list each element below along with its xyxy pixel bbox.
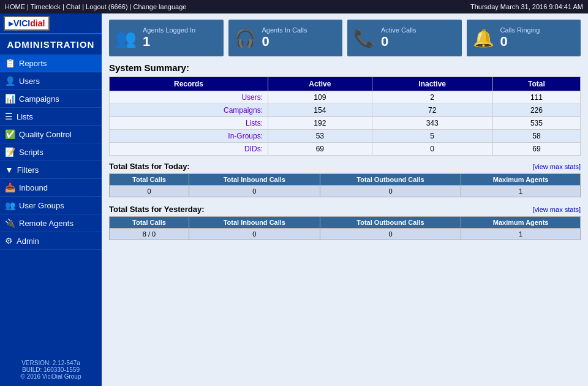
sidebar-item-quality-control[interactable]: ✅Quality Control [0, 126, 102, 143]
summary-inactive: 0 [372, 143, 492, 156]
scripts-icon: 📝 [5, 147, 15, 157]
today-col-3: Maximum Agents [461, 174, 581, 186]
sidebar-label-filters: Filters [17, 165, 39, 175]
today-stats-table: Total CallsTotal Inbound CallsTotal Outb… [109, 173, 581, 197]
sidebar: ▶ VICIdial ADMINISTRATION 📋Reports👤Users… [0, 13, 102, 386]
logo-area: ▶ VICIdial [0, 13, 102, 34]
active-calls-value: 0 [381, 34, 416, 50]
users-icon: 👤 [5, 76, 15, 86]
sidebar-item-reports[interactable]: 📋Reports [0, 55, 102, 72]
agents-in-calls-icon: 🎧 [235, 28, 256, 48]
version-line1: VERSION: 2.12-547a [0, 360, 102, 366]
calls-ringing-icon: 🔔 [473, 28, 494, 48]
topbar-links[interactable]: HOME | Timeclock | Chat | Logout (6666) … [5, 3, 189, 10]
sidebar-item-campaigns[interactable]: 📊Campaigns [0, 90, 102, 108]
sidebar-item-admin[interactable]: ⚙Admin [0, 232, 102, 250]
lists-icon: ☰ [5, 112, 13, 121]
yesterday-stats-header: Total Stats for Yesterday: [view max sta… [109, 205, 581, 214]
sidebar-label-scripts: Scripts [19, 148, 43, 157]
summary-active: 69 [268, 143, 372, 156]
summary-col-active: Active [268, 77, 372, 91]
sidebar-item-lists[interactable]: ☰Lists [0, 108, 102, 126]
sidebar-item-users[interactable]: 👤Users [0, 72, 102, 90]
today-val-1: 0 [189, 186, 320, 197]
summary-active: 53 [268, 130, 372, 143]
agents-in-calls-label: Agents In Calls [262, 26, 307, 34]
yesterday-col-1: Total Inbound Calls [189, 217, 320, 229]
sidebar-item-user-groups[interactable]: 👥User Groups [0, 197, 102, 214]
summary-inactive: 2 [372, 91, 492, 104]
summary-label: In-Groups: [110, 130, 268, 143]
sidebar-item-inbound[interactable]: 📥Inbound [0, 179, 102, 197]
today-stats-section: Total Stats for Today: [view max stats] … [102, 162, 588, 205]
calls-ringing-info: Calls Ringing 0 [500, 26, 540, 50]
yesterday-col-3: Maximum Agents [461, 217, 581, 229]
agents-logged-in-icon: 👥 [115, 28, 137, 48]
summary-active: 192 [268, 117, 372, 130]
filters-icon: ▼ [5, 165, 13, 175]
yesterday-stats-link[interactable]: [view max stats] [533, 206, 581, 213]
logo-dial: dial [30, 18, 45, 28]
stat-card-agents-logged-in: 👥 Agents Logged In 1 [109, 20, 224, 56]
summary-inactive: 72 [372, 104, 492, 117]
today-col-1: Total Inbound Calls [189, 174, 320, 186]
sidebar-label-inbound: Inbound [19, 183, 48, 192]
logo-vici: VICI [13, 18, 30, 28]
table-row: Lists:192343535 [110, 117, 581, 130]
version-info: VERSION: 2.12-547a BUILD: 160330-1559 © … [0, 360, 102, 380]
today-stats-header: Total Stats for Today: [view max stats] [109, 162, 581, 171]
table-row: Users:1092111 [110, 91, 581, 104]
system-summary-title: System Summary: [109, 62, 581, 73]
agents-in-calls-value: 0 [262, 34, 307, 50]
summary-col-records: Records [110, 77, 268, 91]
sidebar-item-remote-agents[interactable]: 🔌Remote Agents [0, 214, 102, 232]
yesterday-val-2: 0 [320, 229, 461, 240]
summary-inactive: 5 [372, 130, 492, 143]
summary-total: 58 [492, 130, 580, 143]
summary-active: 109 [268, 91, 372, 104]
sidebar-item-scripts[interactable]: 📝Scripts [0, 143, 102, 161]
table-row: DIDs:69069 [110, 143, 581, 156]
sidebar-label-admin: Admin [17, 237, 39, 246]
calls-ringing-label: Calls Ringing [500, 26, 540, 34]
today-stats-title: Total Stats for Today: [109, 162, 190, 171]
sidebar-label-remote-agents: Remote Agents [19, 219, 74, 228]
campaigns-icon: 📊 [5, 94, 15, 104]
yesterday-stats-title: Total Stats for Yesterday: [109, 205, 205, 214]
stats-cards: 👥 Agents Logged In 1 🎧 Agents In Calls 0… [102, 13, 588, 62]
sidebar-title: ADMINISTRATION [0, 34, 102, 55]
summary-total: 69 [492, 143, 580, 156]
topbar-nav[interactable]: HOME | Timeclock | Chat | Logout (6666) … [5, 3, 186, 10]
remote-agents-icon: 🔌 [5, 218, 15, 228]
stat-card-agents-in-calls: 🎧 Agents In Calls 0 [228, 20, 343, 56]
stat-card-calls-ringing: 🔔 Calls Ringing 0 [467, 20, 581, 56]
sidebar-nav: 📋Reports👤Users📊Campaigns☰Lists✅Quality C… [0, 55, 102, 250]
summary-label: Lists: [110, 117, 268, 130]
sidebar-label-lists: Lists [17, 112, 33, 121]
yesterday-stats-section: Total Stats for Yesterday: [view max sta… [102, 205, 588, 248]
sidebar-item-filters[interactable]: ▼Filters [0, 161, 102, 179]
version-line3: © 2016 ViciDial Group [0, 373, 102, 380]
agents-logged-in-value: 1 [143, 34, 195, 50]
logo-box: ▶ VICIdial [4, 16, 50, 31]
table-row: Campaigns:15472226 [110, 104, 581, 117]
summary-label: Users: [110, 91, 268, 104]
system-summary: System Summary: RecordsActiveInactiveTot… [102, 62, 588, 162]
inbound-icon: 📥 [5, 183, 15, 192]
version-link[interactable]: © 2016 ViciDial Group [21, 373, 81, 380]
sidebar-label-user-groups: User Groups [19, 201, 64, 210]
today-col-2: Total Outbound Calls [320, 174, 461, 186]
yesterday-col-0: Total Calls [110, 217, 189, 229]
today-stats-link[interactable]: [view max stats] [533, 163, 581, 170]
today-val-2: 0 [320, 186, 461, 197]
admin-icon: ⚙ [5, 236, 13, 246]
topbar-datetime: Thursday March 31, 2016 9:04:41 AM [470, 3, 583, 10]
active-calls-icon: 📞 [353, 28, 375, 48]
summary-col-total: Total [492, 77, 580, 91]
agents-logged-in-label: Agents Logged In [143, 26, 195, 34]
sidebar-label-campaigns: Campaigns [19, 94, 59, 104]
calls-ringing-value: 0 [500, 34, 540, 50]
quality-control-icon: ✅ [5, 129, 15, 139]
yesterday-val-0: 8 / 0 [110, 229, 189, 240]
today-col-0: Total Calls [110, 174, 189, 186]
